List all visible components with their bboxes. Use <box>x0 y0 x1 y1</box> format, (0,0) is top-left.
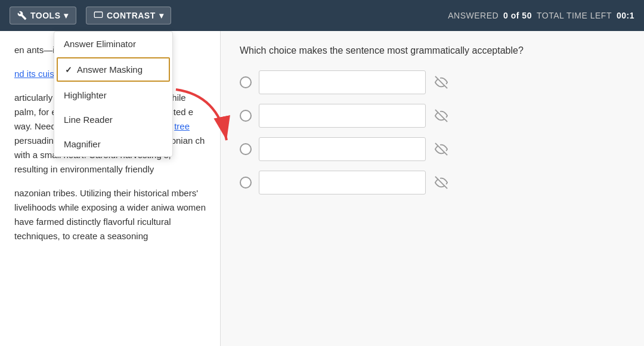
choice-box-b <box>259 104 426 128</box>
passage-text-4: nazonian tribes. Utilizing their histori… <box>14 186 206 243</box>
mask-toggle-a[interactable] <box>433 74 450 91</box>
dropdown-item-answer-masking[interactable]: ✓ Answer Masking <box>57 57 170 82</box>
choice-row-c <box>240 137 625 161</box>
tree-link[interactable]: tree <box>174 121 190 131</box>
question-panel: Which choice makes the sentence most gra… <box>221 31 644 346</box>
toolbar: TOOLS ▾ CONTRAST ▾ ANSWERED 0 of 50 TOTA… <box>0 0 644 31</box>
contrast-button[interactable]: CONTRAST ▾ <box>86 7 171 24</box>
choice-row-b <box>240 104 625 128</box>
magnifier-label: Magnifier <box>64 139 101 149</box>
choice-radio-a[interactable] <box>240 76 252 88</box>
choice-radio-c[interactable] <box>240 143 252 155</box>
tools-label: TOOLS <box>30 11 60 20</box>
choice-box-c <box>259 137 426 161</box>
contrast-chevron-icon: ▾ <box>159 11 164 20</box>
line-reader-label: Line Reader <box>64 115 113 125</box>
contrast-label: CONTRAST <box>107 11 156 20</box>
answer-eliminator-label: Answer Eliminator <box>64 39 136 49</box>
mask-toggle-d[interactable] <box>433 174 450 191</box>
answer-masking-check-icon: ✓ <box>65 65 72 75</box>
cuisine-link[interactable]: nd its cuisi <box>14 69 56 79</box>
tools-chevron-icon: ▾ <box>64 11 69 20</box>
tools-dropdown: Answer Eliminator ✓ Answer Masking Highl… <box>54 31 173 157</box>
answer-masking-label: Answer Masking <box>77 64 143 75</box>
mask-toggle-b[interactable] <box>433 107 450 124</box>
question-text: Which choice makes the sentence most gra… <box>240 45 625 56</box>
answered-count: 0 of 50 <box>503 11 532 20</box>
choice-row-d <box>240 171 625 194</box>
dropdown-item-line-reader[interactable]: Line Reader <box>54 107 172 132</box>
choice-box-d <box>259 171 426 194</box>
choice-radio-d[interactable] <box>240 177 252 189</box>
highlighter-label: Highlighter <box>64 90 107 100</box>
choice-box-a <box>259 70 426 94</box>
mask-toggle-c[interactable] <box>433 141 450 157</box>
time-label: TOTAL TIME LEFT <box>537 11 612 20</box>
timer-value: 00:1 <box>617 11 634 20</box>
dropdown-item-answer-eliminator[interactable]: Answer Eliminator <box>54 32 172 56</box>
choice-radio-b[interactable] <box>240 110 252 122</box>
answered-label: ANSWERED <box>448 11 499 20</box>
tools-button[interactable]: TOOLS ▾ <box>10 7 76 24</box>
toolbar-right: ANSWERED 0 of 50 TOTAL TIME LEFT 00:1 <box>448 11 634 20</box>
dropdown-item-magnifier[interactable]: Magnifier <box>54 132 172 156</box>
choice-row-a <box>240 70 625 94</box>
dropdown-item-highlighter[interactable]: Highlighter <box>54 83 172 107</box>
svg-rect-0 <box>94 12 102 17</box>
